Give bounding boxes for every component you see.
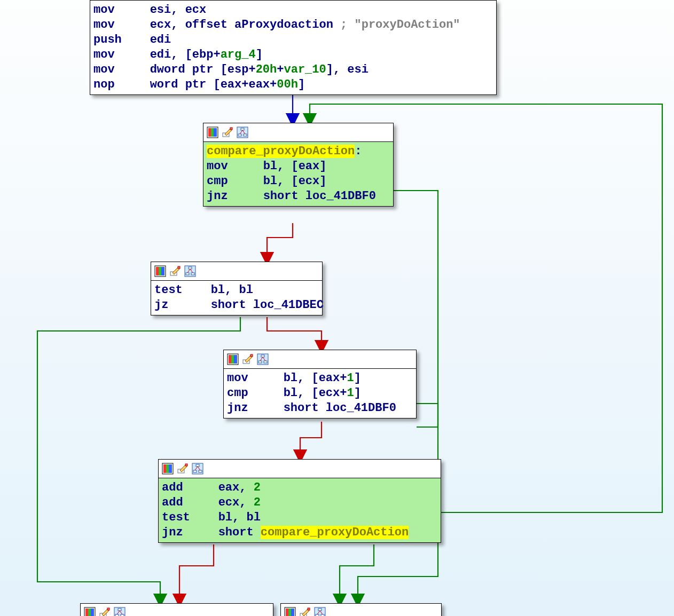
svg-rect-9 [244,134,247,136]
node-titlebar [224,350,416,369]
node-titlebar [159,460,441,478]
svg-rect-47 [118,609,121,611]
svg-rect-21 [229,355,231,364]
graph-icon[interactable] [257,353,269,365]
svg-rect-19 [191,273,194,275]
basic-block-bottom-right[interactable] [280,603,442,616]
svg-rect-32 [166,464,169,473]
svg-rect-38 [193,470,197,472]
svg-rect-12 [159,267,161,275]
asm-body: mov esi, ecx mov ecx, offset aProxydoact… [90,1,496,94]
svg-rect-22 [231,355,234,364]
svg-rect-11 [156,267,159,275]
svg-rect-51 [286,609,288,616]
graph-icon[interactable] [192,463,203,475]
svg-rect-31 [163,464,166,473]
svg-rect-17 [189,267,192,269]
svg-rect-52 [288,609,291,616]
svg-rect-27 [261,355,264,357]
colors-icon[interactable] [227,353,239,365]
edit-icon[interactable] [99,607,111,616]
basic-block-4[interactable]: add eax, 2 add ecx, 2 test bl, bl jnz sh… [158,459,441,543]
svg-rect-37 [196,464,199,467]
svg-rect-29 [264,361,267,363]
node-titlebar [81,604,273,616]
svg-rect-5 [230,128,232,130]
svg-rect-23 [234,355,237,364]
ida-graph-canvas[interactable]: mov esi, ecx mov ecx, offset aProxydoact… [0,0,674,616]
svg-rect-8 [238,134,241,136]
basic-block-2[interactable]: test bl, bl jz short loc_41DBEC [151,262,323,315]
svg-rect-1 [208,128,211,137]
svg-rect-55 [308,608,310,610]
node-titlebar [151,262,322,281]
basic-block-compare-proxydoaction[interactable]: compare_proxyDoAction: mov bl, [eax] cmp… [203,123,394,207]
svg-rect-45 [107,608,109,610]
svg-rect-41 [85,609,88,616]
edit-icon[interactable] [299,607,311,616]
svg-rect-15 [178,266,180,268]
asm-body: mov bl, [eax+1] cmp bl, [ecx+1] jnz shor… [224,369,416,418]
svg-rect-7 [241,128,244,130]
svg-rect-53 [291,609,294,616]
edit-icon[interactable] [177,463,189,475]
basic-block-3[interactable]: mov bl, [eax+1] cmp bl, [ecx+1] jnz shor… [223,350,417,418]
basic-block-0[interactable]: mov esi, ecx mov ecx, offset aProxydoact… [90,0,497,95]
svg-rect-57 [318,609,322,611]
asm-body: add eax, 2 add ecx, 2 test bl, bl jnz sh… [159,478,441,542]
graph-icon[interactable] [314,607,326,616]
svg-rect-13 [161,267,164,275]
edit-icon[interactable] [169,265,181,277]
colors-icon[interactable] [284,607,296,616]
node-titlebar [281,604,441,616]
colors-icon[interactable] [154,265,166,277]
graph-icon[interactable] [184,265,196,277]
colors-icon[interactable] [84,607,96,616]
colors-icon[interactable] [162,463,174,475]
colors-icon[interactable] [207,127,218,138]
svg-rect-2 [211,128,214,137]
svg-rect-28 [258,361,262,363]
svg-rect-43 [91,609,94,616]
asm-body: test bl, bl jz short loc_41DBEC [151,281,322,315]
asm-body: compare_proxyDoAction: mov bl, [eax] cmp… [203,142,393,206]
node-titlebar [203,123,393,142]
svg-rect-42 [88,609,91,616]
svg-rect-25 [250,354,253,357]
basic-block-bottom-left[interactable] [80,603,273,616]
svg-rect-39 [199,470,202,472]
svg-rect-18 [186,273,189,275]
edit-icon[interactable] [222,127,233,138]
edit-icon[interactable] [242,353,254,365]
svg-rect-35 [185,464,187,466]
svg-rect-33 [169,464,172,473]
graph-icon[interactable] [237,127,248,138]
graph-icon[interactable] [114,607,126,616]
svg-rect-3 [214,128,217,137]
